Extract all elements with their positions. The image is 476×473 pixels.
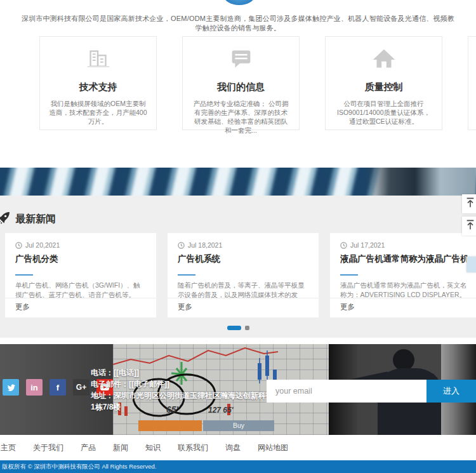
banner-image [0, 168, 476, 196]
copyright-bar: 版权所有 © 深圳市中测科技有限公司 All Rights Reserved. [0, 460, 476, 473]
twitter-icon[interactable] [3, 379, 19, 396]
footer-nav: 主页 关于我们 产品 新闻 知识 联系我们 询盘 网站地图 [0, 435, 476, 460]
pagination-dot-active[interactable] [227, 326, 241, 330]
back-to-top-button[interactable] [462, 194, 476, 213]
feature-card-our-info: 我们的信息 产品绝对专业稳定准确； 公司拥有完善的生产体系、深厚的技术研发基础、… [182, 36, 300, 130]
back-to-top-button[interactable] [462, 217, 476, 236]
footer-nav-sitemap[interactable]: 网站地图 [258, 443, 288, 453]
contact-phone: 电话：[[电话]] [91, 367, 281, 378]
news-title[interactable]: 广告机分类 [15, 253, 146, 265]
feature-title: 质量控制 [326, 81, 442, 93]
building-icon [40, 44, 156, 76]
news-card: Jul 20,2021 广告机分类 单机广告机、网络广告机（3G/WIFI）、触… [5, 233, 156, 317]
newsletter-submit-button[interactable]: 进入 [426, 380, 476, 403]
divider [168, 298, 319, 298]
feature-title: 技术支持 [40, 81, 156, 93]
latest-news-section: 最新新闻 Jul 20,2021 广告机分类 单机广告机、网络广告机（3G/WI… [0, 196, 476, 338]
linkedin-icon[interactable]: in [26, 379, 43, 396]
pagination-dot[interactable] [245, 326, 249, 330]
clock-icon [340, 242, 347, 249]
feature-card-partial [468, 36, 476, 130]
footer-nav-products[interactable]: 产品 [81, 443, 96, 453]
banner-person-graphic [365, 168, 476, 196]
feature-text: 公司在项目管理上全面推行ISO9001/14000质量认证体系，通过欧盟CE认证… [326, 99, 442, 126]
news-card: Jul 18,2021 广告机系统 随着广告机的普及，等离子、液晶等平板显示设备… [168, 233, 319, 317]
arrow-to-top-icon [465, 219, 475, 230]
rocket-icon [0, 210, 11, 228]
footer-nav-home[interactable]: 主页 [1, 443, 16, 453]
chat-bubble-icon [183, 44, 299, 76]
news-date: Jul 20,2021 [15, 241, 146, 249]
news-more-link[interactable]: 更多 [15, 302, 30, 312]
chart-buy-bar: Buy [203, 420, 274, 431]
contact-address: 地址：深圳市光明区公明街道玉律社区瀚海达创新科技区1栋7/8楼 [91, 390, 281, 413]
carousel-pagination [0, 326, 476, 330]
footer-nav-news[interactable]: 新闻 [113, 443, 128, 453]
chart-sell-bar [138, 420, 202, 431]
news-date: Jul 18,2021 [178, 241, 308, 249]
footer-nav-contact[interactable]: 联系我们 [178, 443, 208, 453]
clock-icon [178, 242, 185, 249]
divider [330, 298, 476, 298]
feature-title: 我们的信息 [183, 81, 299, 93]
company-intro: 深圳市中测科技有限公司是国家高新技术企业，OEM/ODM主要制造商，集团公司涉及… [19, 14, 457, 33]
footer-nav-about[interactable]: 关于我们 [33, 443, 63, 453]
home-icon [326, 44, 442, 76]
divider [5, 298, 156, 298]
news-more-link[interactable]: 更多 [340, 302, 355, 312]
feature-card-quality: 质量控制 公司在项目管理上全面推行ISO9001/14000质量认证体系，通过欧… [325, 36, 442, 130]
news-underline [178, 274, 195, 276]
feature-card-tech-support: 技术支持 我们是触摸屏领域的OEM主要制造商，技术配套齐全，月产能400万片。 [39, 36, 157, 130]
contact-info: 电话：[[电话]] 电子邮件：[[电子邮件]] 地址：深圳市光明区公明街道玉律社… [91, 367, 281, 413]
footer-nav-inquiry[interactable]: 询盘 [225, 443, 241, 453]
news-heading: 最新新闻 [0, 210, 56, 228]
news-title[interactable]: 广告机系统 [178, 253, 308, 265]
contact-email: 电子邮件：[[电子邮件]] [91, 378, 281, 390]
news-title[interactable]: 液晶广告机通常简称为液晶广告机 [340, 253, 471, 265]
feature-text: 我们是触摸屏领域的OEM主要制造商，技术配套齐全，月产能400万片。 [40, 99, 156, 126]
floating-widget[interactable] [466, 256, 476, 272]
news-heading-label: 最新新闻 [15, 213, 56, 226]
newsletter-form: 进入 [267, 380, 476, 403]
logo-partial-circle [223, 0, 255, 5]
footer-nav-knowledge[interactable]: 知识 [145, 443, 161, 453]
arrow-to-top-icon [465, 197, 475, 208]
news-more-link[interactable]: 更多 [178, 302, 192, 312]
facebook-icon[interactable]: f [50, 379, 66, 396]
email-input[interactable] [267, 380, 426, 403]
googleplus-icon[interactable]: G+ [73, 379, 89, 396]
news-underline [340, 274, 358, 276]
news-card: Jul 17,2021 液晶广告机通常简称为液晶广告机 液晶广告机通常简称为液晶… [330, 233, 476, 317]
news-date: Jul 17,2021 [340, 241, 471, 249]
news-underline [15, 274, 33, 276]
clock-icon [15, 242, 22, 249]
feature-text: 产品绝对专业稳定准确； 公司拥有完善的生产体系、深厚的技术研发基础、经验丰富的精… [183, 99, 299, 135]
page: 深圳市中测科技有限公司是国家高新技术企业，OEM/ODM主要制造商，集团公司涉及… [0, 0, 476, 473]
